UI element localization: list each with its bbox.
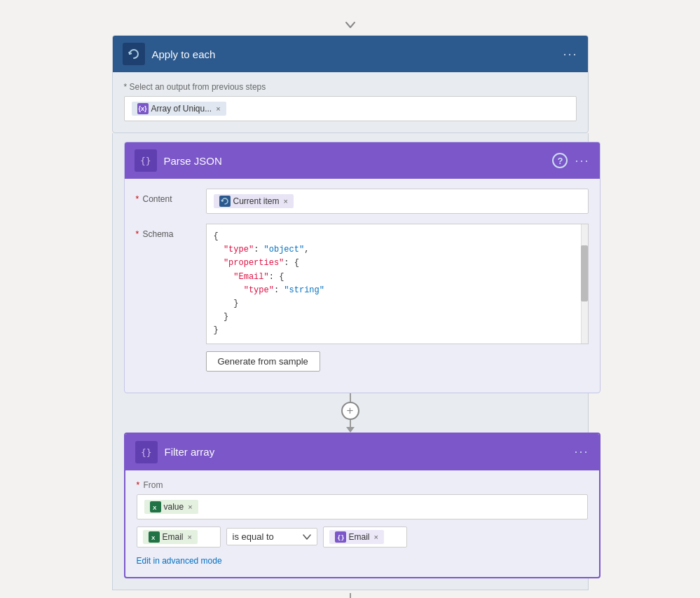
parse-json-card: {} Parse JSON ? ··· * Content <box>124 142 601 393</box>
apply-field-label: * Select an output from previous steps <box>124 82 577 92</box>
apply-to-each-header: Apply to each ··· <box>113 36 588 72</box>
schema-required: * <box>136 229 139 239</box>
filter-condition-row: X Email × is equal to <box>137 526 588 548</box>
filter-email-left-token: X Email × <box>143 530 198 544</box>
svg-text:{}: {} <box>337 534 344 541</box>
from-label: * From <box>137 480 588 490</box>
value-token-label: value <box>164 502 184 512</box>
connector-between: + <box>124 393 577 433</box>
parse-json-body: * Content <box>125 179 600 393</box>
current-item-icon <box>219 196 231 207</box>
filter-operator-select[interactable]: is equal to <box>226 528 317 545</box>
filter-array-card: {} Filter array ··· * From <box>124 433 601 578</box>
apply-to-each-body: * Select an output from previous steps {… <box>113 72 588 132</box>
schema-row: * Schema { "type": "object", "properties… <box>136 224 589 372</box>
parse-json-menu[interactable]: ··· <box>575 154 589 168</box>
filter-array-menu[interactable]: ··· <box>574 444 589 459</box>
apply-to-each-menu[interactable]: ··· <box>563 47 577 62</box>
content-row: * Content <box>136 189 589 214</box>
array-token-close[interactable]: × <box>216 104 220 113</box>
filter-email-right-token: {} Email × <box>329 530 384 544</box>
filter-operator-label: is equal to <box>233 531 274 542</box>
connector-line2 <box>350 420 351 427</box>
schema-scrollbar-thumb <box>581 245 588 301</box>
bottom-line <box>350 593 351 599</box>
content-token-input[interactable]: Current item × <box>206 189 589 214</box>
top-arrow-down <box>343 18 357 32</box>
parse-json-header-icon: {} <box>135 149 157 172</box>
content-required: * <box>136 194 139 204</box>
content-label: * Content <box>136 189 206 204</box>
content-input[interactable]: Current item × <box>206 189 589 214</box>
bottom-connector: + <box>341 593 359 599</box>
array-token: {x} Array of Uniqu... × <box>132 102 226 116</box>
filter-email-right-close[interactable]: × <box>374 533 378 541</box>
filter-left-input[interactable]: X Email × <box>137 526 221 548</box>
apply-token-input[interactable]: {x} Array of Uniqu... × <box>124 96 577 121</box>
from-required: * <box>137 480 142 490</box>
parse-json-actions: ? ··· <box>552 153 589 168</box>
filter-array-body: * From X value × <box>125 470 599 577</box>
schema-content: { "type": "object", "properties": { "Ema… <box>206 224 589 372</box>
current-item-label: Current item <box>233 196 280 206</box>
svg-text:{}: {} <box>141 447 152 458</box>
schema-editor[interactable]: { "type": "object", "properties": { "Ema… <box>206 224 589 344</box>
connector-arrow-down <box>346 420 355 433</box>
parse-json-title: Parse JSON <box>164 155 553 167</box>
array-token-icon: {x} <box>137 103 149 114</box>
filter-email-left-close[interactable]: × <box>188 533 192 541</box>
value-token-close[interactable]: × <box>188 503 192 511</box>
filter-purple-icon: {} <box>335 531 346 543</box>
array-token-label: Array of Uniqu... <box>151 104 212 114</box>
current-item-token: Current item × <box>214 194 294 208</box>
filter-array-title: Filter array <box>165 446 575 458</box>
schema-scrollbar[interactable] <box>581 224 588 344</box>
filter-excel-left-icon: X <box>149 531 160 543</box>
connector-arrowhead <box>346 427 355 433</box>
filter-array-header: {} Filter array ··· <box>125 434 599 470</box>
generate-from-sample-button[interactable]: Generate from sample <box>206 351 320 372</box>
value-token: X value × <box>144 500 198 514</box>
excel-icon: X <box>150 501 161 512</box>
filter-array-icon: {} <box>135 441 158 463</box>
schema-label: * Schema <box>136 224 206 239</box>
svg-text:X: X <box>151 535 156 541</box>
add-step-button[interactable]: + <box>341 402 359 420</box>
filter-right-input[interactable]: {} Email × <box>323 526 407 548</box>
parse-json-header: {} Parse JSON ? ··· <box>125 142 600 179</box>
svg-text:{}: {} <box>140 156 151 166</box>
current-item-close[interactable]: × <box>284 197 288 205</box>
from-token-input[interactable]: X value × <box>137 494 588 519</box>
apply-to-each-title: Apply to each <box>152 48 563 60</box>
filter-email-right-label: Email <box>349 532 370 542</box>
svg-text:X: X <box>153 505 157 510</box>
connector-line1 <box>350 393 351 402</box>
edit-advanced-mode-link[interactable]: Edit in advanced mode <box>137 556 588 566</box>
parse-json-help[interactable]: ? <box>552 153 568 168</box>
apply-to-each-icon <box>123 43 145 65</box>
apply-to-each-card: Apply to each ··· * Select an output fro… <box>112 35 589 133</box>
filter-email-left-label: Email <box>163 532 184 542</box>
